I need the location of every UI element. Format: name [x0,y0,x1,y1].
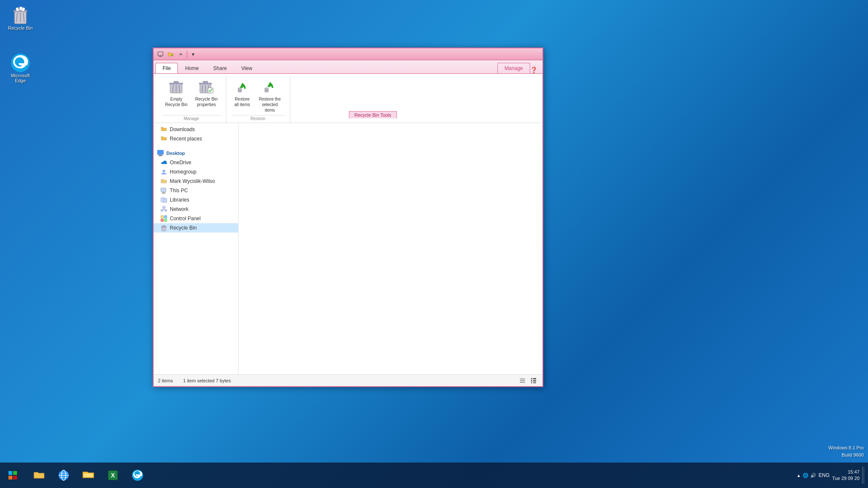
help-icon[interactable]: ❓ [530,67,537,73]
status-selection-info: 1 item selected 7 bytes [183,378,231,383]
restore-group-buttons: Restore all items Restore the selected i… [231,76,285,115]
svg-rect-40 [158,156,163,156]
recycle-bin-nav-icon [160,224,167,231]
taskbar-right: ▲ 🌐 🔊 ENG 15:47 Tue 29 09 20 [797,467,868,484]
os-info-line2: Build 9600 [829,452,864,459]
tab-view[interactable]: View [234,63,259,73]
sidebar-desktop-header: Desktop [154,149,238,158]
os-info-line1: Windows 8.1 Pro [829,444,864,452]
show-desktop-btn[interactable] [862,467,865,484]
restore-selected-items-btn[interactable]: Restore the selected items [255,77,285,115]
svg-rect-49 [165,210,167,211]
list-view-btn[interactable] [518,376,527,385]
onedrive-icon [160,159,167,166]
sidebar-item-downloads[interactable]: Downloads [154,125,238,134]
recycle-bin-properties-btn[interactable]: Recycle Bin properties [192,77,221,109]
main-content-area [239,123,542,374]
status-bar: 2 items 1 item selected 7 bytes [154,374,542,386]
sidebar-item-network[interactable]: Network [154,205,238,214]
qt-new-folder-btn[interactable] [166,50,176,59]
svg-rect-42 [161,188,166,192]
tray-arrow[interactable]: ▲ [797,473,801,478]
content-area: Downloads Recent places Desktop OneDri [154,123,542,374]
downloads-icon [160,126,167,133]
qt-separator [187,51,187,58]
status-items-count: 2 items [158,378,173,383]
sidebar-item-mark[interactable]: Mark Wycislik-Wilso [154,177,238,186]
taskbar-ie[interactable] [52,463,76,487]
taskbar: X ▲ 🌐 🔊 ENG 15:47 Tue 29 09 20 [0,463,868,488]
sidebar-item-control-panel[interactable]: Control Panel [154,214,238,223]
edge-icon [10,53,31,73]
recycle-bin-tools-tab-label: Recycle Bin Tools [349,111,397,118]
user-folder-icon [160,178,167,185]
tab-manage[interactable]: Manage [497,63,530,73]
file-explorer-window: ▾ Recycle Bin Tools File Home Share View… [153,48,543,387]
start-button[interactable] [0,463,25,488]
restore-all-items-btn[interactable]: Restore all items [231,77,253,109]
ribbon-restore-group: Restore all items Restore the selected i… [226,76,290,123]
svg-rect-63 [531,378,532,379]
svg-rect-59 [163,225,165,227]
svg-rect-64 [531,380,532,381]
qt-properties-btn[interactable] [155,50,166,59]
sidebar-item-recent-places[interactable]: Recent places [154,134,238,143]
svg-rect-74 [84,474,93,477]
empty-recycle-bin-btn[interactable]: Empty Recycle Bin [162,77,191,109]
manage-group-label: Manage [162,115,221,121]
edge-desktop-label: Microsoft Edge [5,73,36,83]
clock-time: 15:47 [832,469,860,475]
taskbar-edge[interactable] [126,463,149,487]
svg-rect-7 [20,7,22,10]
svg-rect-67 [533,380,536,381]
recent-places-icon [160,135,167,142]
tabs-bar: File Home Share View Manage ❓ [154,60,542,74]
svg-point-41 [163,170,165,172]
svg-rect-56 [164,219,167,222]
tray-volume: 🔊 [810,473,816,478]
svg-rect-54 [164,216,167,218]
details-view-btn[interactable] [529,376,538,385]
recycle-bin-desktop-icon[interactable]: Recycle Bin [3,3,37,32]
svg-rect-43 [162,192,165,193]
svg-rect-53 [161,216,163,218]
sidebar-item-this-pc[interactable]: This PC [154,186,238,195]
svg-rect-38 [157,150,163,154]
taskbar-file-manager[interactable] [76,463,100,487]
quick-access-toolbar: ▾ Recycle Bin Tools [154,48,542,60]
edge-desktop-icon[interactable]: Microsoft Edge [3,51,37,85]
svg-text:X: X [111,472,115,479]
svg-rect-55 [161,219,163,222]
svg-rect-23 [203,81,208,83]
taskbar-excel[interactable]: X [101,463,125,487]
system-tray: ▲ 🌐 🔊 [797,473,816,478]
taskbar-file-explorer[interactable] [27,463,51,487]
svg-rect-68 [533,382,536,383]
clock-date: Tue 29 09 20 [832,475,860,482]
recycle-bin-icon [10,5,31,25]
svg-rect-48 [161,210,163,211]
taskbar-clock: 15:47 Tue 29 09 20 [832,469,860,482]
svg-line-18 [173,85,173,92]
tab-home[interactable]: Home [178,63,206,73]
svg-rect-10 [158,52,163,56]
tab-share[interactable]: Share [206,63,234,73]
ribbon-manage-group: Empty Recycle Bin [157,76,226,123]
qt-dropdown-btn[interactable]: ▾ [188,50,198,59]
view-toggle-buttons [518,376,538,385]
recycle-bin-desktop-label: Recycle Bin [8,25,33,31]
svg-rect-57 [162,227,166,231]
ribbon: Empty Recycle Bin [154,74,542,123]
sidebar-item-recycle-bin[interactable]: Recycle Bin [154,223,238,233]
tab-file[interactable]: File [155,63,178,73]
svg-rect-44 [162,193,166,194]
svg-rect-65 [531,382,532,383]
svg-rect-46 [163,199,167,202]
sidebar-item-onedrive[interactable]: OneDrive [154,158,238,167]
sidebar-item-libraries[interactable]: Libraries [154,195,238,205]
sidebar-item-homegroup[interactable]: Homegroup [154,167,238,177]
svg-rect-27 [208,88,213,93]
svg-line-24 [202,85,202,92]
sidebar: Downloads Recent places Desktop OneDri [154,123,239,374]
qt-up-btn[interactable] [176,50,186,59]
